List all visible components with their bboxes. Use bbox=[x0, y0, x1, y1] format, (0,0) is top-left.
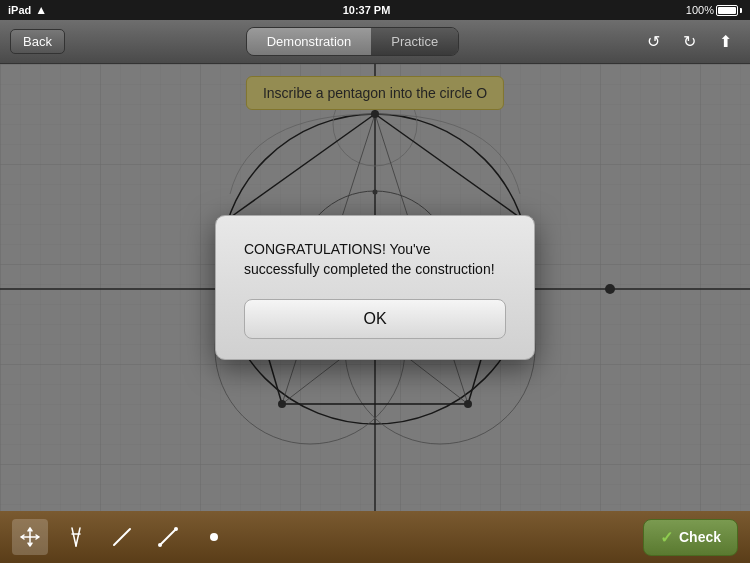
line-tool-button[interactable] bbox=[104, 519, 140, 555]
carrier-info: iPad ▲ bbox=[8, 3, 47, 17]
svg-point-37 bbox=[174, 527, 178, 531]
dialog-ok-button[interactable]: OK bbox=[244, 299, 506, 339]
check-label: Check bbox=[679, 529, 721, 545]
move-tool-button[interactable] bbox=[12, 519, 48, 555]
undo-button[interactable]: ↺ bbox=[640, 28, 668, 56]
svg-point-38 bbox=[210, 533, 218, 541]
tab-group: Demonstration Practice bbox=[246, 27, 460, 56]
status-bar: iPad ▲ 10:37 PM 100% bbox=[0, 0, 750, 20]
compass-tool-button[interactable] bbox=[58, 519, 94, 555]
battery-percentage: 100% bbox=[686, 4, 714, 16]
wifi-icon: ▲ bbox=[35, 3, 47, 17]
battery-fill bbox=[718, 7, 736, 14]
redo-button[interactable]: ↻ bbox=[676, 28, 704, 56]
back-button[interactable]: Back bbox=[10, 29, 65, 54]
nav-right-controls: ↺ ↻ ⬆ bbox=[640, 28, 740, 56]
segment-tool-button[interactable] bbox=[150, 519, 186, 555]
status-right: 100% bbox=[686, 4, 742, 16]
tab-practice[interactable]: Practice bbox=[371, 28, 458, 55]
tab-demonstration[interactable]: Demonstration bbox=[247, 28, 372, 55]
canvas-area: Inscribe a pentagon into the circle O CO… bbox=[0, 64, 750, 511]
bottom-toolbar: ✓ Check bbox=[0, 511, 750, 563]
svg-point-36 bbox=[158, 543, 162, 547]
check-icon: ✓ bbox=[660, 528, 673, 547]
share-button[interactable]: ⬆ bbox=[712, 28, 740, 56]
point-tool-button[interactable] bbox=[196, 519, 232, 555]
svg-line-32 bbox=[76, 528, 80, 546]
battery-tip bbox=[740, 8, 742, 13]
nav-bar: Back Demonstration Practice ↺ ↻ ⬆ bbox=[0, 20, 750, 64]
carrier-label: iPad bbox=[8, 4, 31, 16]
dialog-overlay: CONGRATULATIONS! You've successfully com… bbox=[0, 64, 750, 511]
svg-line-34 bbox=[114, 529, 130, 545]
check-button[interactable]: ✓ Check bbox=[643, 519, 738, 556]
dialog-message: CONGRATULATIONS! You've successfully com… bbox=[244, 240, 506, 279]
time-display: 10:37 PM bbox=[343, 4, 391, 16]
battery-indicator: 100% bbox=[686, 4, 742, 16]
success-dialog: CONGRATULATIONS! You've successfully com… bbox=[215, 215, 535, 360]
svg-line-31 bbox=[72, 528, 76, 546]
battery-body bbox=[716, 5, 738, 16]
svg-line-35 bbox=[160, 529, 176, 545]
